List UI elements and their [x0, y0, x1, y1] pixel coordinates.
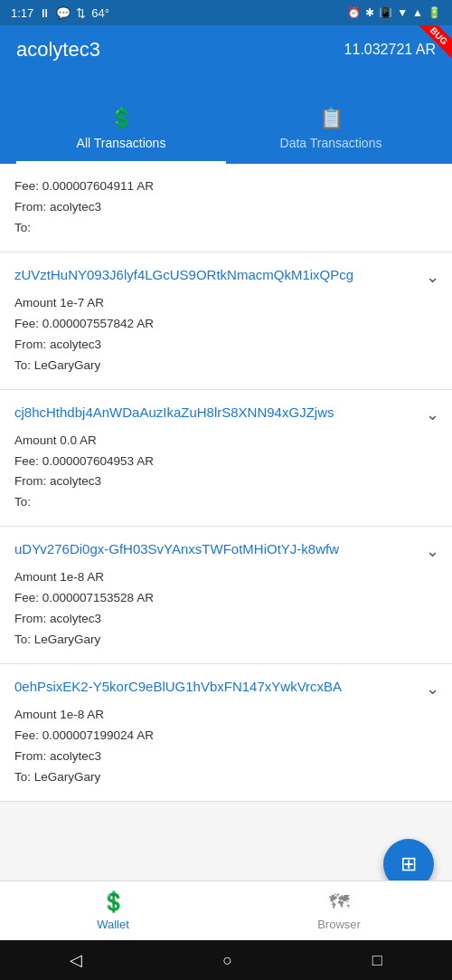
- transaction-id: zUVztHuNY093J6lyf4LGcUS9ORtkNmacmQkM1ixQ…: [14, 265, 438, 284]
- nav-browser[interactable]: 🗺 Browser: [226, 881, 452, 940]
- chevron-down-icon: ⌄: [426, 404, 439, 424]
- to-line: To: LeGaryGary: [14, 356, 438, 376]
- alarm-icon: ⏰: [347, 6, 361, 19]
- chevron-down-icon: ⌄: [426, 541, 439, 561]
- system-nav-bar: ◁ ○ □: [0, 940, 452, 980]
- browser-icon: 🗺: [329, 890, 349, 914]
- transaction-details: Amount 1e-8 AR Fee: 0.000007153528 AR Fr…: [14, 567, 438, 651]
- header-top: acolytec3 11.032721 AR: [16, 38, 436, 62]
- fee-line: Fee: 0.000007153528 AR: [14, 588, 438, 609]
- browser-label: Browser: [317, 918, 361, 931]
- status-left: 1:17 ⏸ 💬 ⇅ 64°: [11, 6, 109, 20]
- from-line: From: acolytec3: [14, 747, 438, 767]
- wifi-icon: ▼: [397, 6, 408, 19]
- header: BUG acolytec3 11.032721 AR 💲 All Transac…: [0, 25, 452, 164]
- recents-button[interactable]: □: [372, 951, 382, 970]
- fee-line: Fee: 0.000007604953 AR: [14, 452, 438, 472]
- status-bar: 1:17 ⏸ 💬 ⇅ 64° ⏰ ✱ 📳 ▼ ▲ 🔋: [0, 0, 452, 25]
- nav-wallet[interactable]: 💲 Wallet: [0, 881, 226, 940]
- account-name: acolytec3: [16, 38, 100, 62]
- table-row[interactable]: ⌄ cj8hcHthdbj4AnWDaAuzIkaZuH8lrS8XNN94xG…: [0, 390, 452, 528]
- bluetooth-icon: ✱: [365, 6, 374, 19]
- from-line: From: acolytec3: [14, 609, 438, 630]
- data-transactions-icon: 📋: [319, 107, 344, 130]
- message-icon: 💬: [56, 6, 71, 20]
- tab-data-transactions[interactable]: 📋 Data Transactions: [226, 98, 436, 164]
- transaction-details: Fee: 0.000007604911 AR From: acolytec3 T…: [14, 176, 438, 239]
- back-button[interactable]: ◁: [70, 950, 82, 970]
- home-button[interactable]: ○: [222, 951, 232, 970]
- to-line: To: LeGaryGary: [14, 630, 438, 651]
- bottom-nav: 💲 Wallet 🗺 Browser: [0, 880, 452, 940]
- transaction-id: cj8hcHthdbj4AnWDaAuzIkaZuH8lrS8XNN94xGJZ…: [14, 403, 438, 422]
- amount-line: Amount 0.0 AR: [14, 431, 438, 452]
- transaction-list: Fee: 0.000007604911 AR From: acolytec3 T…: [0, 164, 452, 802]
- amount-line: Amount 1e-7 AR: [14, 293, 438, 314]
- from-line: From: acolytec3: [14, 335, 438, 356]
- transaction-details: Amount 0.0 AR Fee: 0.000007604953 AR Fro…: [14, 431, 438, 514]
- table-row[interactable]: ⌄ uDYv276Di0gx-GfH03SvYAnxsTWFotMHiOtYJ-…: [0, 527, 452, 664]
- table-row[interactable]: Fee: 0.000007604911 AR From: acolytec3 T…: [0, 164, 452, 252]
- table-row[interactable]: ⌄ zUVztHuNY093J6lyf4LGcUS9ORtkNmacmQkM1i…: [0, 252, 452, 390]
- chevron-down-icon: ⌄: [426, 267, 439, 287]
- transaction-id: 0ehPsixEK2-Y5korC9eBlUG1hVbxFN147xYwkVrc…: [14, 677, 438, 696]
- transaction-id: uDYv276Di0gx-GfH03SvYAnxsTWFotMHiOtYJ-k8…: [14, 539, 438, 558]
- to-line: To: LeGaryGary: [14, 767, 438, 788]
- to-line: To:: [14, 492, 438, 513]
- to-line: To:: [14, 218, 438, 239]
- from-line: From: acolytec3: [14, 471, 438, 492]
- amount-line: Amount 1e-8 AR: [14, 567, 438, 588]
- battery-icon: 🔋: [428, 6, 441, 19]
- balance: 11.032721 AR: [344, 42, 436, 58]
- transaction-details: Amount 1e-8 AR Fee: 0.000007199024 AR Fr…: [14, 705, 438, 788]
- fee-line: Fee: 0.000007557842 AR: [14, 314, 438, 335]
- temperature: 64°: [91, 6, 109, 20]
- vibrate-icon: 📳: [379, 6, 392, 19]
- status-right: ⏰ ✱ 📳 ▼ ▲ 🔋: [347, 6, 441, 19]
- fee-line: Fee: 0.000007199024 AR: [14, 726, 438, 747]
- from-line: From: acolytec3: [14, 197, 438, 218]
- tab-all-transactions[interactable]: 💲 All Transactions: [16, 98, 226, 164]
- wallet-label: Wallet: [97, 918, 129, 931]
- transaction-details: Amount 1e-7 AR Fee: 0.000007557842 AR Fr…: [14, 293, 438, 376]
- wallet-icon: 💲: [101, 890, 126, 914]
- tab-all-label: All Transactions: [77, 136, 166, 150]
- all-transactions-icon: 💲: [109, 107, 134, 130]
- time: 1:17: [11, 6, 33, 20]
- pause-icon: ⏸: [39, 6, 51, 20]
- signal-icon: ▲: [412, 6, 423, 19]
- tab-data-label: Data Transactions: [280, 136, 382, 150]
- amount-line: Amount 1e-8 AR: [14, 705, 438, 726]
- grid-icon: ⊞: [400, 852, 417, 876]
- chevron-down-icon: ⌄: [426, 679, 439, 699]
- fee-line: Fee: 0.000007604911 AR: [14, 176, 438, 197]
- tabs: 💲 All Transactions 📋 Data Transactions: [16, 98, 436, 164]
- table-row[interactable]: ⌄ 0ehPsixEK2-Y5korC9eBlUG1hVbxFN147xYwkV…: [0, 664, 452, 802]
- sync-icon: ⇅: [76, 6, 86, 20]
